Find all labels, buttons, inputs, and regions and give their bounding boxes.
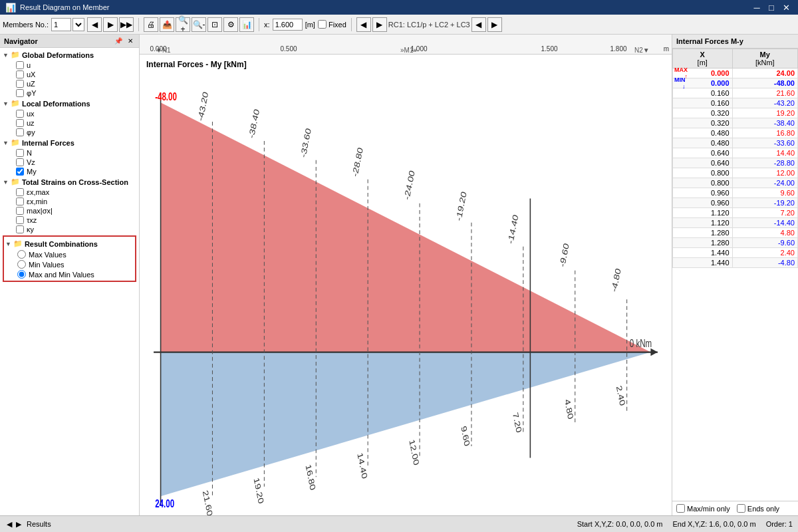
fit-button[interactable]: ⊡ xyxy=(207,17,222,32)
ends-only-label[interactable]: Ends only xyxy=(737,504,779,513)
nav-item-phiy-local[interactable]: φy xyxy=(0,128,139,137)
ruler-mark-05: 0.500 xyxy=(280,45,297,53)
nav-item-ex-max[interactable]: εx,max xyxy=(0,188,139,197)
navigator-btns: 📌 ✕ xyxy=(112,37,135,45)
status-section: Start X,Y,Z: 0.0, 0.0, 0.0 m End X,Y,Z: … xyxy=(577,520,793,528)
table-row: 0.320 19.20 xyxy=(673,108,798,118)
navigator-pin[interactable]: 📌 xyxy=(112,37,124,45)
val-7: 7.20 xyxy=(511,411,524,434)
x-value-input[interactable] xyxy=(273,19,303,31)
nav-item-phiy[interactable]: φY xyxy=(0,88,139,98)
radio-max-values[interactable] xyxy=(17,250,26,259)
nav-item-max-sx[interactable]: max|σx| xyxy=(0,206,139,215)
table-row: 0.640 14.40 xyxy=(673,148,798,158)
checkbox-ky[interactable] xyxy=(16,225,24,233)
table-row: 0.480 16.80 xyxy=(673,128,798,138)
nav-item-ux-local[interactable]: ux xyxy=(0,109,139,118)
chart-title: Internal Forces - My [kNm] xyxy=(146,60,247,69)
goto-button[interactable]: ▶▶ xyxy=(119,17,134,32)
rc-prev2-button[interactable]: ◀ xyxy=(471,17,486,32)
label-max-values: Max Values xyxy=(29,251,66,259)
rc-prev-button[interactable]: ◀ xyxy=(356,17,371,32)
col-x-header: X[m] xyxy=(673,49,733,68)
label-My: My xyxy=(27,168,37,176)
local-deformations-header[interactable]: ▼ 📁 Local Deformations xyxy=(0,98,139,109)
rc-max-min-values[interactable]: Max and Min Values xyxy=(17,269,134,279)
val-33: -33.60 xyxy=(299,126,313,158)
zoom-out-button[interactable]: 🔍- xyxy=(192,17,206,32)
right-end-marker xyxy=(650,348,658,356)
rc-next2-button[interactable]: ▶ xyxy=(487,17,502,32)
checkbox-ux-local[interactable] xyxy=(16,110,24,118)
internal-forces-header[interactable]: ▼ 📁 Internal Forces xyxy=(0,137,139,148)
max-min-only-label[interactable]: Max/min only xyxy=(676,504,730,513)
print-button[interactable]: 🖨 xyxy=(144,17,158,32)
cell-my: 14.40 xyxy=(732,148,798,158)
label-txz: τxz xyxy=(27,216,37,224)
settings-button[interactable]: ⚙ xyxy=(223,17,238,32)
checkbox-phiy-local[interactable] xyxy=(16,128,24,136)
nav-item-ux[interactable]: uX xyxy=(0,70,139,79)
ends-only-checkbox[interactable] xyxy=(737,504,745,513)
checkbox-Vz[interactable] xyxy=(16,158,24,166)
checkbox-ex-max[interactable] xyxy=(16,188,24,196)
checkbox-u[interactable] xyxy=(16,61,24,69)
expand-icon3: ▼ xyxy=(3,140,9,146)
checkbox-uz[interactable] xyxy=(16,80,24,88)
prev-button[interactable]: ◀ xyxy=(87,17,102,32)
maximize-button[interactable]: □ xyxy=(765,1,778,13)
checkbox-ex-min[interactable] xyxy=(16,198,24,205)
cell-x: 0.960 xyxy=(673,188,733,198)
checkbox-phiy[interactable] xyxy=(16,89,24,97)
radio-max-min-values[interactable] xyxy=(17,270,26,279)
label-N: N xyxy=(27,149,32,157)
nav-item-N[interactable]: N xyxy=(0,148,139,158)
node-n1: ▼N1 xyxy=(156,47,171,54)
status-next-btn[interactable]: ▶ xyxy=(15,520,23,529)
next-button[interactable]: ▶ xyxy=(103,17,118,32)
checkbox-txz[interactable] xyxy=(16,216,24,224)
max-min-only-checkbox[interactable] xyxy=(676,504,685,513)
result-combinations-header[interactable]: ▼ 📁 Result Combinations xyxy=(5,238,134,249)
label-u: u xyxy=(27,61,31,69)
export-button[interactable]: 📤 xyxy=(160,17,174,32)
rc-min-values[interactable]: Min Values xyxy=(17,259,134,269)
nav-item-txz[interactable]: τxz xyxy=(0,215,139,225)
cell-my: -9.60 xyxy=(732,238,798,248)
nav-item-u[interactable]: u xyxy=(0,61,139,70)
checkbox-uz-local[interactable] xyxy=(16,119,24,127)
radio-min-values[interactable] xyxy=(17,260,26,269)
members-label: Members No.: xyxy=(3,21,49,29)
nav-item-uz[interactable]: uZ xyxy=(0,79,139,88)
status-prev-btn[interactable]: ◀ xyxy=(5,520,13,529)
checkbox-max-sx[interactable] xyxy=(16,207,24,215)
window-title: Result Diagram on Member xyxy=(20,3,110,11)
navigator-close[interactable]: ✕ xyxy=(126,37,135,45)
minimize-button[interactable]: ─ xyxy=(750,1,763,13)
member-number-input[interactable]: 1 xyxy=(51,18,71,31)
rc-max-values[interactable]: Max Values xyxy=(17,249,134,259)
global-deformations-header[interactable]: ▼ 📁 Global Deformations xyxy=(0,49,139,61)
navigator-content: ▼ 📁 Global Deformations u uX uZ xyxy=(0,48,139,515)
close-button[interactable]: ✕ xyxy=(779,1,793,13)
checkbox-ux[interactable] xyxy=(16,70,24,78)
zoom-in-button[interactable]: 🔍+ xyxy=(176,17,190,32)
checkbox-My[interactable] xyxy=(16,168,24,176)
nav-item-Vz[interactable]: Vz xyxy=(0,158,139,167)
member-dropdown[interactable] xyxy=(72,18,84,31)
nav-item-ky[interactable]: κy xyxy=(0,225,139,234)
cell-x: 0.480 xyxy=(673,138,733,148)
fixed-checkbox[interactable] xyxy=(318,20,327,29)
excel-button[interactable]: 📊 xyxy=(239,17,254,32)
cell-x: 0.480 xyxy=(673,128,733,138)
total-strains-header[interactable]: ▼ 📁 Total Strains on Cross-Section xyxy=(0,176,139,188)
nav-item-uz-local[interactable]: uz xyxy=(0,118,139,128)
fixed-checkbox-label[interactable]: Fixed xyxy=(318,20,346,29)
checkbox-N[interactable] xyxy=(16,149,24,157)
table-row: 0.800 -24.00 xyxy=(673,178,798,188)
label-ux: uX xyxy=(27,70,35,78)
nav-item-ex-min[interactable]: εx,min xyxy=(0,197,139,206)
cell-my: -14.40 xyxy=(732,218,798,228)
nav-item-My[interactable]: My xyxy=(0,167,139,176)
rc-next-button[interactable]: ▶ xyxy=(372,17,387,32)
